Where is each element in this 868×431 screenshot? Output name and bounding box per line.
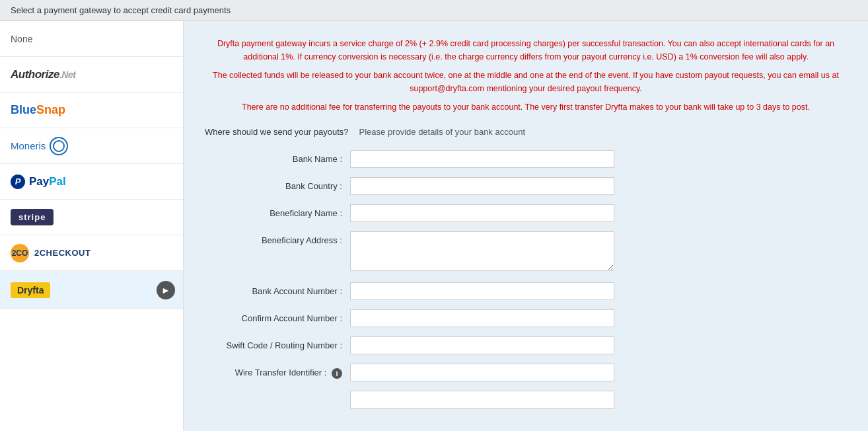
bank-country-label: Bank Country : <box>205 177 350 191</box>
sidebar-item-dryfta[interactable]: Dryfta ► <box>0 271 183 309</box>
moneris-circle-icon <box>50 137 68 155</box>
info-text-2: The collected funds will be released to … <box>205 69 847 95</box>
bank-name-input-wrapper <box>350 150 614 168</box>
swift-code-input[interactable] <box>350 336 614 354</box>
wire-transfer-input[interactable] <box>350 364 614 381</box>
twocheckout-logo: 2CO 2CHECKOUT <box>11 244 90 262</box>
beneficiary-name-row: Beneficiary Name : <box>205 204 847 222</box>
wire-transfer-label: Wire Transfer Identifier : i <box>205 364 350 379</box>
extra-label <box>205 391 350 395</box>
confirm-account-number-row: Confirm Account Number : <box>205 309 847 327</box>
moneris-logo: Moneris <box>11 137 68 155</box>
info-text-1: Dryfta payment gateway incurs a service … <box>205 37 847 63</box>
info-section: Dryfta payment gateway incurs a service … <box>205 37 847 114</box>
confirm-account-number-label: Confirm Account Number : <box>205 309 350 323</box>
sidebar-item-2checkout-content: 2CO 2CHECKOUT <box>0 236 183 270</box>
sidebar-item-dryfta-content: Dryfta <box>0 274 157 306</box>
confirm-account-number-input[interactable] <box>350 309 614 327</box>
wire-transfer-row: Wire Transfer Identifier : i <box>205 364 847 381</box>
sidebar-item-none-content: None <box>0 26 183 52</box>
paypal-pay: Pay <box>29 175 49 188</box>
bluesnap-logo: BlueSnap <box>11 103 65 117</box>
bank-account-number-label: Bank Account Number : <box>205 282 350 296</box>
bank-name-input[interactable] <box>350 150 614 168</box>
sidebar-item-moneris[interactable]: Moneris <box>0 128 183 164</box>
confirm-account-number-input-wrapper <box>350 309 614 327</box>
beneficiary-address-label: Beneficiary Address : <box>205 231 350 245</box>
dryfta-arrow-icon: ► <box>157 281 175 299</box>
info-text-3: There are no additional fee for transfer… <box>205 100 847 114</box>
beneficiary-name-input-wrapper <box>350 204 614 222</box>
dryfta-logo: Dryfta <box>11 282 50 298</box>
bank-name-row: Bank Name : <box>205 150 847 168</box>
extra-row <box>205 391 847 409</box>
paypal-pal: Pal <box>49 175 66 188</box>
beneficiary-address-input-wrapper <box>350 231 614 273</box>
payout-section: Where should we send your payouts? Pleas… <box>205 127 847 409</box>
sidebar-item-paypal[interactable]: P PayPal <box>0 164 183 200</box>
sidebar: None Authorize.Net BlueSnap Moneris <box>0 21 184 431</box>
sidebar-item-authorize-net-content: Authorize.Net <box>0 60 183 89</box>
payout-header: Where should we send your payouts? Pleas… <box>205 127 847 137</box>
sidebar-item-bluesnap-content: BlueSnap <box>0 95 183 125</box>
beneficiary-address-row: Beneficiary Address : <box>205 231 847 273</box>
paypal-logo: P PayPal <box>11 175 66 189</box>
bank-account-number-row: Bank Account Number : <box>205 282 847 300</box>
swift-code-row: Swift Code / Routing Number : <box>205 336 847 354</box>
sidebar-item-none[interactable]: None <box>0 21 183 57</box>
twocheckout-icon: 2CO <box>11 244 29 262</box>
swift-code-label: Swift Code / Routing Number : <box>205 336 350 350</box>
wire-transfer-info-icon[interactable]: i <box>332 368 342 379</box>
main-container: None Authorize.Net BlueSnap Moneris <box>0 21 868 431</box>
stripe-logo: stripe <box>11 209 54 225</box>
paypal-p-icon: P <box>11 175 25 189</box>
authorize-net-logo: Authorize.Net <box>11 68 75 81</box>
payout-description: Please provide details of your bank acco… <box>359 127 526 137</box>
page-header: Select a payment gateway to accept credi… <box>0 0 868 21</box>
bank-country-input-wrapper <box>350 177 614 195</box>
wire-transfer-input-wrapper <box>350 364 614 381</box>
extra-input-wrapper <box>350 391 614 409</box>
twocheckout-text: 2CHECKOUT <box>34 248 90 258</box>
sidebar-item-stripe[interactable]: stripe <box>0 200 183 235</box>
main-content: Dryfta payment gateway incurs a service … <box>184 21 868 431</box>
page-title: Select a payment gateway to accept credi… <box>11 5 231 15</box>
bank-country-row: Bank Country : <box>205 177 847 195</box>
sidebar-item-authorize-net[interactable]: Authorize.Net <box>0 57 183 93</box>
paypal-text: PayPal <box>29 175 66 188</box>
bank-country-input[interactable] <box>350 177 614 195</box>
payout-question: Where should we send your payouts? <box>205 127 349 137</box>
moneris-inner-circle <box>53 140 65 152</box>
beneficiary-name-label: Beneficiary Name : <box>205 204 350 218</box>
sidebar-item-bluesnap[interactable]: BlueSnap <box>0 93 183 128</box>
sidebar-item-2checkout[interactable]: 2CO 2CHECKOUT <box>0 235 183 271</box>
sidebar-none-label: None <box>11 34 32 44</box>
bank-account-number-input[interactable] <box>350 282 614 300</box>
extra-input[interactable] <box>350 391 614 409</box>
swift-code-input-wrapper <box>350 336 614 354</box>
sidebar-item-stripe-content: stripe <box>0 201 183 233</box>
beneficiary-address-input[interactable] <box>350 231 614 271</box>
wire-transfer-label-text: Wire Transfer Identifier : <box>235 368 327 377</box>
sidebar-item-paypal-content: P PayPal <box>0 167 183 197</box>
bank-account-number-input-wrapper <box>350 282 614 300</box>
moneris-text: Moneris <box>11 140 46 151</box>
bank-name-label: Bank Name : <box>205 150 350 164</box>
sidebar-item-moneris-content: Moneris <box>0 129 183 163</box>
beneficiary-name-input[interactable] <box>350 204 614 222</box>
